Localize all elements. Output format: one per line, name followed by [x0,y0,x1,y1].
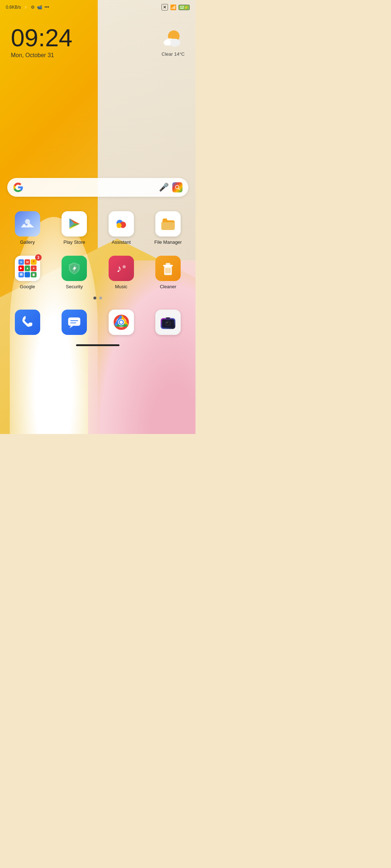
search-bar[interactable]: 🎤 [7,178,188,197]
assistant-label: Assistant [112,239,131,245]
page-dot-2[interactable] [99,297,102,299]
app-file-manager[interactable]: File Manager [147,211,190,245]
page-dot-1[interactable] [93,297,96,299]
cleaner-icon [155,256,181,281]
video-icon: 📹 [37,5,42,10]
svg-point-26 [119,321,123,324]
app-assistant[interactable]: Assistant [100,211,143,245]
speed-indicator: 0.6KB/s [6,5,21,10]
security-icon [62,256,87,281]
dock [0,304,196,341]
dock-camera[interactable] [147,310,190,335]
home-indicator[interactable] [0,341,196,348]
gallery-label: Gallery [20,239,35,245]
wifi-icon: 📶 [170,4,176,10]
home-bar [76,344,119,346]
app-security[interactable]: Security [53,256,96,289]
settings-icon: ⚙ [31,5,35,10]
search-bar-container: 🎤 [0,178,196,197]
clock-time: 09:24 [11,25,72,50]
google-badge: 3 [35,254,42,261]
messages-icon [62,310,87,335]
page-dots [0,297,196,299]
app-gallery[interactable]: Gallery [6,211,49,245]
clock-date: Mon, October 31 [11,52,72,59]
clock-widget: 09:24 Mon, October 31 [11,25,72,59]
security-label: Security [66,284,83,289]
svg-point-3 [164,40,171,46]
music-label: Music [115,284,127,289]
status-left: 0.6KB/s ⚡ ⚙ 📹 ••• [6,5,49,10]
google-grid: G M 📍 ▶ ▲ ● 🖼 👤 📋 [18,259,37,277]
svg-rect-19 [68,318,80,326]
file-manager-icon [155,211,181,237]
voice-search-icon[interactable]: 🎤 [159,183,169,192]
lens-search-icon[interactable] [172,182,182,192]
weather-widget[interactable]: Clear 14°C [161,25,185,57]
camera-icon [155,310,181,335]
play-store-icon [62,211,87,237]
dock-messages[interactable] [53,310,96,335]
app-music[interactable]: ♪ Music [100,256,143,289]
app-play-store[interactable]: Play Store [53,211,96,245]
svg-point-32 [167,322,168,323]
svg-text:♪: ♪ [117,263,122,274]
dock-phone[interactable] [6,310,49,335]
google-label: Google [20,284,35,289]
play-store-label: Play Store [63,239,85,245]
clock-area: 09:24 Mon, October 31 Clear 14°C [0,14,196,62]
gallery-icon [15,211,40,237]
battery-icon: 12 ⚡ [178,5,190,10]
shield-icon: ⚡ [23,5,29,10]
svg-point-12 [122,265,126,268]
music-icon: ♪ [109,256,134,281]
status-bar: 0.6KB/s ⚡ ⚙ 📹 ••• ✕ 📶 12 ⚡ [0,0,196,14]
phone-icon [15,310,40,335]
svg-point-10 [117,223,122,228]
more-icon: ••• [45,5,49,10]
chrome-icon [109,310,134,335]
status-right: ✕ 📶 12 ⚡ [161,4,190,10]
app-grid-row2: 3 G M 📍 ▶ ▲ ● 🖼 👤 📋 Google [0,248,196,289]
app-cleaner[interactable]: Cleaner [147,256,190,289]
x-icon: ✕ [161,4,168,10]
dock-chrome[interactable] [100,310,143,335]
weather-icon [162,28,184,50]
app-google[interactable]: 3 G M 📍 ▶ ▲ ● 🖼 👤 📋 Google [6,256,49,289]
file-manager-label: File Manager [154,239,182,245]
google-folder-icon: 3 G M 📍 ▶ ▲ ● 🖼 👤 📋 [15,256,40,281]
app-grid-row1: Gallery Play Store [0,204,196,245]
svg-rect-15 [166,263,170,265]
weather-condition: Clear 14°C [161,51,185,57]
svg-line-5 [178,188,180,190]
cleaner-label: Cleaner [160,284,176,289]
google-logo [13,182,23,192]
assistant-icon [109,211,134,237]
